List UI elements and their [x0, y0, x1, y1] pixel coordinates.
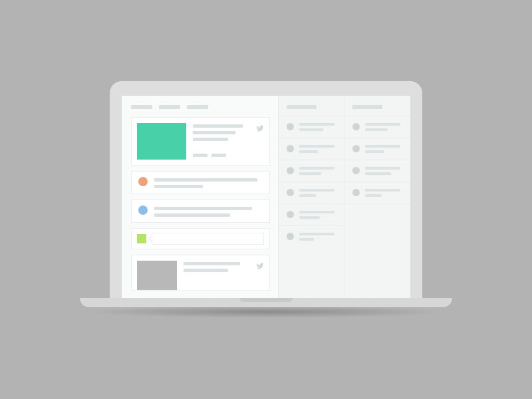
secondary-thumbnail [137, 261, 177, 290]
nav-item-3[interactable] [187, 105, 208, 109]
laptop-mockup [96, 81, 436, 318]
avatar [287, 123, 294, 130]
text-line [184, 262, 240, 265]
feed-row[interactable] [131, 171, 270, 194]
compose-avatar [137, 234, 146, 243]
side-columns [278, 96, 410, 298]
column-empty-space [344, 203, 410, 298]
featured-thumbnail [137, 123, 186, 160]
nav-item-2[interactable] [159, 105, 180, 109]
list-item[interactable] [279, 225, 344, 247]
laptop-notch [239, 298, 293, 302]
twitter-icon [256, 123, 264, 130]
laptop-base [80, 298, 452, 307]
list-item[interactable] [279, 203, 344, 225]
text-line [184, 269, 228, 272]
laptop-shadow [86, 306, 446, 318]
text-line [154, 207, 252, 210]
text-line [154, 213, 230, 217]
secondary-text [184, 261, 264, 290]
feed-row[interactable] [131, 200, 270, 223]
secondary-post-card[interactable] [131, 255, 270, 291]
featured-meta [193, 154, 264, 157]
main-feed-pane [122, 96, 278, 298]
featured-post-card[interactable] [131, 117, 270, 166]
text-line [154, 185, 203, 188]
list-item[interactable] [279, 116, 344, 138]
avatar [352, 145, 360, 152]
list-item[interactable] [344, 182, 410, 203]
top-nav [131, 105, 270, 109]
avatar [287, 189, 294, 196]
row-text [154, 205, 263, 217]
list-item[interactable] [344, 138, 410, 160]
laptop-bezel [110, 81, 422, 298]
app-window [122, 96, 410, 298]
text-line [193, 124, 243, 128]
list-item[interactable] [344, 160, 410, 182]
text-line [154, 178, 257, 182]
meta-item [193, 154, 207, 157]
avatar [287, 145, 294, 152]
avatar [352, 189, 360, 196]
column-title [287, 105, 317, 109]
nav-item-1[interactable] [131, 105, 152, 109]
column-1 [278, 96, 344, 298]
list-item[interactable] [344, 116, 410, 138]
avatar [287, 167, 294, 174]
list-item[interactable] [279, 182, 344, 203]
list-item[interactable] [279, 160, 344, 182]
avatar [352, 123, 360, 130]
meta-item [211, 154, 226, 157]
twitter-icon [256, 261, 264, 267]
avatar [138, 205, 148, 215]
compose-input[interactable] [152, 233, 264, 245]
avatar [352, 167, 360, 174]
compose-row [131, 228, 270, 249]
list-item[interactable] [279, 138, 344, 160]
column-2 [344, 96, 410, 298]
avatar [287, 233, 294, 240]
avatar [287, 211, 294, 218]
featured-text [193, 123, 264, 160]
text-line [193, 138, 228, 141]
column-header [279, 96, 344, 116]
column-title [352, 105, 382, 109]
text-line [193, 131, 235, 134]
avatar [138, 177, 148, 186]
row-text [154, 177, 263, 188]
column-header [344, 96, 410, 116]
